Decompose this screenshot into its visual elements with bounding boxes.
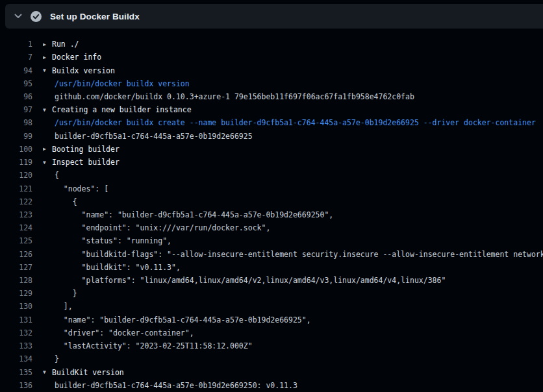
line-number[interactable]: 98 [0, 118, 32, 127]
group-collapsed-arrow-icon[interactable]: ▶ [43, 146, 52, 152]
line-number[interactable]: 123 [0, 210, 32, 219]
log-line-row: 134} [0, 352, 543, 365]
line-number[interactable]: 96 [0, 92, 32, 101]
group-expanded-arrow-icon[interactable]: ▼ [43, 369, 52, 375]
log-text: builder-d9cfb5a1-c764-445a-a57e-0b19d2e6… [55, 381, 297, 390]
log-group-row[interactable]: 100▶Booting builder [0, 143, 543, 156]
line-number[interactable]: 136 [0, 381, 32, 390]
line-content: "driver": "docker-container", [43, 328, 543, 337]
line-content: ▶Booting builder [43, 145, 543, 154]
group-title[interactable]: Booting builder [52, 145, 120, 154]
log-line-row: 127 "buildkit": "v0.11.3", [0, 261, 543, 274]
group-title[interactable]: BuildKit version [52, 368, 124, 377]
line-number[interactable]: 7 [0, 53, 32, 62]
command-text: /usr/bin/docker buildx create --name bui… [55, 118, 536, 127]
log-group-row[interactable]: 119▼Inspect builder [0, 156, 543, 169]
line-number[interactable]: 127 [0, 263, 32, 272]
group-expanded-arrow-icon[interactable]: ▼ [43, 160, 52, 165]
group-expanded-arrow-icon[interactable]: ▼ [43, 107, 52, 113]
check-circle-icon [31, 11, 42, 22]
log-text: "platforms": "linux/amd64,linux/amd64/v2… [55, 276, 446, 285]
line-content: "status": "running", [43, 236, 543, 245]
line-content: ▶Docker info [43, 53, 543, 62]
log-text: "nodes": [ [55, 184, 108, 193]
log-line-row: 130 ], [0, 300, 543, 313]
line-number[interactable]: 122 [0, 197, 32, 206]
line-number[interactable]: 97 [0, 105, 32, 114]
line-content: } [43, 289, 543, 298]
actions-log-viewer: Set up Docker Buildx 1▶Run ./7▶Docker in… [0, 0, 543, 392]
log-line-row: 128 "platforms": "linux/amd64,linux/amd6… [0, 274, 543, 287]
line-number[interactable]: 135 [0, 368, 32, 377]
group-title[interactable]: Docker info [52, 53, 101, 62]
line-content: builder-d9cfb5a1-c764-445a-a57e-0b19d2e6… [43, 132, 543, 141]
group-title[interactable]: Buildx version [52, 66, 115, 75]
line-content: ▼Buildx version [43, 66, 543, 75]
line-content: { [43, 197, 543, 206]
line-number[interactable]: 129 [0, 289, 32, 298]
line-number[interactable]: 100 [0, 145, 32, 154]
line-number[interactable]: 128 [0, 276, 32, 285]
line-number[interactable]: 134 [0, 354, 32, 363]
log-text: "endpoint": "unix:///var/run/docker.sock… [55, 223, 270, 232]
group-expanded-arrow-icon[interactable]: ▼ [43, 67, 52, 73]
log-line-row: 132 "driver": "docker-container", [0, 326, 543, 339]
group-title[interactable]: Run ./ [52, 40, 79, 49]
line-number[interactable]: 130 [0, 302, 32, 311]
log-group-row[interactable]: 1▶Run ./ [0, 38, 543, 51]
line-content: { [43, 171, 543, 180]
log-group-row[interactable]: 135▼BuildKit version [0, 365, 543, 378]
line-number[interactable]: 131 [0, 315, 32, 325]
log-text: { [55, 171, 59, 180]
line-number[interactable]: 1 [0, 40, 32, 49]
line-content: "nodes": [ [43, 184, 543, 193]
line-number[interactable]: 95 [0, 79, 32, 88]
log-line-row: 120{ [0, 169, 543, 182]
log-line-row: 126 "buildkitd-flags": "--allow-insecure… [0, 248, 543, 261]
log-line-row: 133 "lastActivity": "2023-02-25T11:58:12… [0, 339, 543, 352]
log-text: ], [55, 302, 73, 311]
log-text: } [55, 354, 59, 363]
log-line-row: 99builder-d9cfb5a1-c764-445a-a57e-0b19d2… [0, 130, 543, 143]
line-content: github.com/docker/buildx 0.10.3+azure-1 … [43, 92, 543, 101]
log-line-row: 125 "status": "running", [0, 234, 543, 247]
line-number[interactable]: 124 [0, 223, 32, 232]
group-title[interactable]: Inspect builder [52, 158, 120, 167]
log-text: { [55, 197, 77, 206]
group-collapsed-arrow-icon[interactable]: ▶ [43, 42, 52, 47]
log-line-row: 96github.com/docker/buildx 0.10.3+azure-… [0, 90, 543, 103]
log-text: "driver": "docker-container", [55, 328, 194, 337]
line-content: /usr/bin/docker buildx create --name bui… [43, 118, 543, 127]
line-number[interactable]: 99 [0, 132, 32, 141]
line-number[interactable]: 94 [0, 66, 32, 75]
log-text: github.com/docker/buildx 0.10.3+azure-1 … [55, 92, 414, 101]
line-number[interactable]: 126 [0, 250, 32, 259]
log-line-row: 123 "name": "builder-d9cfb5a1-c764-445a-… [0, 208, 543, 221]
line-number[interactable]: 119 [0, 158, 32, 167]
log-group-row[interactable]: 7▶Docker info [0, 51, 543, 64]
group-collapsed-arrow-icon[interactable]: ▶ [43, 55, 52, 60]
line-number[interactable]: 132 [0, 328, 32, 337]
log-group-row[interactable]: 94▼Buildx version [0, 64, 543, 77]
line-content: ], [43, 302, 543, 311]
log-text: "name": "builder-d9cfb5a1-c764-445a-a57e… [55, 315, 311, 325]
line-content: /usr/bin/docker buildx version [43, 79, 543, 88]
group-title[interactable]: Creating a new builder instance [52, 105, 192, 114]
line-number[interactable]: 121 [0, 184, 32, 193]
line-number[interactable]: 120 [0, 171, 32, 180]
log-line-row: 136builder-d9cfb5a1-c764-445a-a57e-0b19d… [0, 379, 543, 392]
line-number[interactable]: 133 [0, 341, 32, 350]
line-number[interactable]: 125 [0, 236, 32, 245]
line-content: "name": "builder-d9cfb5a1-c764-445a-a57e… [43, 315, 543, 325]
log-text: "lastActivity": "2023-02-25T11:58:12.000… [55, 341, 253, 350]
log-text: "buildkit": "v0.11.3", [55, 263, 181, 272]
step-title: Set up Docker Buildx [50, 12, 140, 21]
log-group-row[interactable]: 97▼Creating a new builder instance [0, 103, 543, 116]
step-header[interactable]: Set up Docker Buildx [5, 4, 543, 29]
log-line-row: 131 "name": "builder-d9cfb5a1-c764-445a-… [0, 313, 543, 326]
log-text: "name": "builder-d9cfb5a1-c764-445a-a57e… [55, 210, 333, 219]
log-line-row: 95/usr/bin/docker buildx version [0, 77, 543, 90]
line-content: "platforms": "linux/amd64,linux/amd64/v2… [43, 276, 543, 285]
chevron-down-icon[interactable] [13, 11, 23, 21]
line-content: ▶Run ./ [43, 40, 543, 49]
